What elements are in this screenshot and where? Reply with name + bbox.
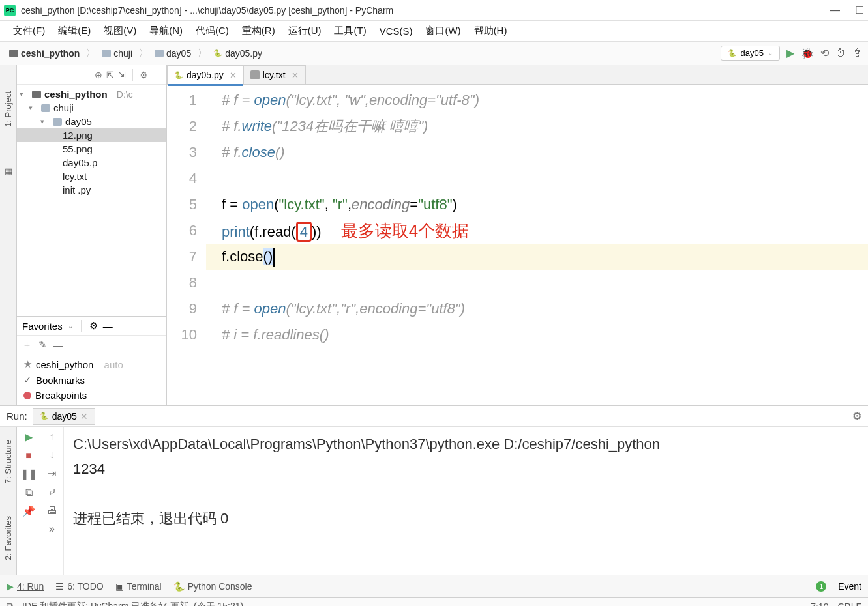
pin-button[interactable]: 📌 [22, 505, 35, 517]
debug-button[interactable]: 🐞 [801, 47, 814, 59]
wrap-button[interactable]: ⇥ [48, 467, 56, 480]
collapse-icon[interactable]: ⇲ [118, 70, 126, 80]
run-button[interactable]: ▶ [786, 47, 794, 59]
tree-12png[interactable]: 12.png [17, 128, 166, 142]
console-exit: 进程已结束，退出代码 0 [73, 506, 859, 531]
folder-icon [102, 50, 111, 57]
gear-icon[interactable]: ⚙ [852, 410, 861, 422]
python-file-icon [40, 412, 49, 421]
menu-view[interactable]: 视图(V) [98, 22, 142, 40]
menu-code[interactable]: 代码(C) [190, 22, 234, 40]
rerun-button[interactable]: ▶ [25, 431, 33, 443]
project-tree[interactable]: ▾ceshi_python D:\c ▾chuji ▾day05 12.png … [17, 85, 166, 316]
maximize-icon[interactable]: ☐ [855, 6, 864, 15]
structure-tool-label[interactable]: 7: Structure [3, 440, 13, 483]
menu-window[interactable]: 窗口(W) [420, 22, 466, 40]
crumb-root[interactable]: ceshi_python [5, 47, 83, 60]
project-tool-label[interactable]: 1: Project [3, 91, 13, 127]
crumb-day05[interactable]: day05 [151, 47, 195, 60]
text-file-icon [250, 70, 260, 79]
gear-icon[interactable]: ⚙ [89, 320, 98, 332]
hide-icon[interactable]: — [152, 70, 161, 80]
console-output[interactable]: C:\Users\xd\AppData\Local\Programs\Pytho… [64, 427, 868, 575]
menu-file[interactable]: 文件(F) [8, 22, 50, 40]
gear-icon[interactable]: ⚙ [140, 70, 148, 80]
tree-55png[interactable]: 55.png [17, 142, 166, 156]
fav-ceshi[interactable]: ★ceshi_python auto [17, 356, 166, 372]
tab-lcy[interactable]: lcy.txt✕ [243, 65, 306, 84]
menu-refactor[interactable]: 重构(R) [237, 22, 280, 40]
pause-button[interactable]: ❚❚ [20, 468, 37, 480]
minimize-icon[interactable]: — [830, 6, 839, 15]
code-body[interactable]: # f = open("lcy.txt", "w",encoding="utf-… [206, 85, 868, 405]
tool-pyconsole[interactable]: 🐍Python Console [173, 581, 252, 592]
menu-edit[interactable]: 编辑(E) [53, 22, 96, 40]
bottom-toolbar: ▶4: Run ☰6: TODO ▣Terminal 🐍Python Conso… [0, 575, 868, 597]
target-icon[interactable]: ⊕ [95, 70, 102, 80]
chevron-down-icon[interactable]: ⌄ [68, 323, 73, 330]
star-icon: ★ [23, 358, 32, 370]
run-config-selector[interactable]: day05 ⌄ [721, 46, 780, 61]
up-button[interactable]: ↑ [50, 431, 55, 442]
close-icon[interactable]: ✕ [292, 70, 299, 80]
breakpoint-icon [23, 392, 31, 399]
step-button[interactable]: » [49, 523, 55, 535]
find-button[interactable]: ⮸ [852, 48, 863, 59]
favorites-tools: ＋ ✎ — [17, 336, 166, 354]
run-panel-header: Run: day05✕ ⚙ [0, 406, 868, 427]
tool-terminal[interactable]: ▣Terminal [115, 581, 162, 592]
menu-run[interactable]: 运行(U) [283, 22, 327, 40]
fav-breakpoints[interactable]: Breakpoints [17, 388, 166, 403]
favorites-title[interactable]: Favorites [22, 321, 63, 332]
window-title: ceshi_python [D:\ceship7\ceshi_python] -… [21, 5, 830, 16]
menu-tools[interactable]: 工具(T) [329, 22, 371, 40]
crumb-file[interactable]: day05.py [209, 47, 266, 60]
edit-favorite-button[interactable]: ✎ [38, 339, 47, 351]
favorites-list: ★ceshi_python auto ✓Bookmarks Breakpoint… [17, 354, 166, 405]
tree-day05[interactable]: ▾day05 [17, 115, 166, 128]
line-gutter: 12345678910 [167, 85, 206, 405]
coverage-button[interactable]: ⟲ [820, 47, 829, 59]
down-button[interactable]: ↓ [50, 449, 55, 461]
event-badge[interactable]: 1 [816, 581, 826, 592]
close-icon[interactable]: ✕ [230, 70, 237, 80]
print-button[interactable]: 🖶 [47, 505, 57, 517]
favorites-tool-label[interactable]: 2: Favorites [3, 516, 13, 560]
folder-icon [32, 91, 41, 98]
tab-day05[interactable]: day05.py✕ [167, 65, 244, 84]
tree-initpy[interactable]: init .py [17, 183, 166, 197]
event-log-label[interactable]: Event [838, 581, 861, 592]
expand-icon[interactable]: ⇱ [106, 70, 114, 80]
run-tab-day05[interactable]: day05✕ [33, 408, 95, 425]
menu-vcs[interactable]: VCS(S) [374, 23, 418, 39]
tool-todo[interactable]: ☰6: TODO [55, 581, 104, 592]
tree-chuji[interactable]: ▾chuji [17, 101, 166, 115]
tool-run[interactable]: ▶4: Run [7, 581, 44, 592]
tree-root[interactable]: ▾ceshi_python D:\c [17, 87, 166, 101]
line-separator[interactable]: CRLF [837, 601, 861, 607]
crumb-chuji[interactable]: chuji [98, 47, 136, 60]
menu-navigate[interactable]: 导航(N) [144, 22, 188, 40]
profile-button[interactable]: ⏱ [835, 48, 846, 59]
project-panel: ⊕ ⇱ ⇲ ⚙ — ▾ceshi_python D:\c ▾chuji ▾day… [17, 65, 167, 405]
side-tool-gutter: 7: Structure 2: Favorites [0, 427, 17, 575]
close-icon[interactable]: ✕ [80, 411, 88, 422]
cursor-position[interactable]: 7:10 [811, 601, 828, 607]
code-editor[interactable]: 12345678910 # f = open("lcy.txt", "w",en… [167, 85, 868, 405]
menu-help[interactable]: 帮助(H) [469, 22, 513, 40]
remove-favorite-button[interactable]: — [53, 339, 63, 351]
layout-button[interactable]: ⧉ [25, 487, 33, 498]
softwrap-button[interactable]: ⤶ [48, 486, 56, 498]
add-favorite-button[interactable]: ＋ [22, 339, 32, 351]
hide-icon[interactable]: — [103, 321, 113, 332]
chevron-icon: 〉 [85, 48, 97, 59]
python-file-icon [213, 49, 222, 58]
tree-day05py[interactable]: day05.p [17, 156, 166, 169]
status-icon[interactable]: ⧉ [7, 601, 13, 606]
project-icon[interactable]: ▦ [5, 166, 12, 176]
stop-button[interactable]: ■ [25, 450, 32, 461]
folder-icon [53, 118, 62, 126]
fav-bookmarks[interactable]: ✓Bookmarks [17, 372, 166, 388]
tree-lcytxt[interactable]: lcy.txt [17, 169, 166, 183]
editor-tabs: day05.py✕ lcy.txt✕ [167, 65, 868, 85]
